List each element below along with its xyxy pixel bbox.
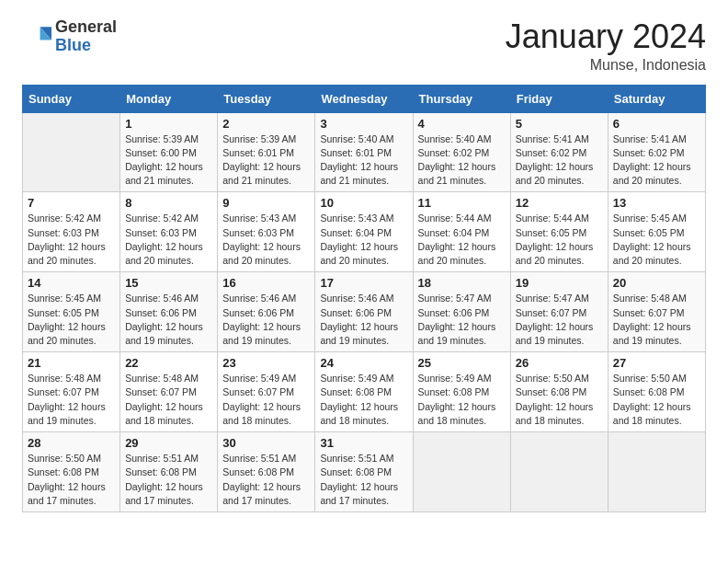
day-info: Sunrise: 5:46 AMSunset: 6:06 PMDaylight:…	[320, 292, 407, 348]
day-number: 21	[28, 356, 115, 370]
day-number: 30	[222, 436, 310, 450]
calendar-cell: 2Sunrise: 5:39 AMSunset: 6:01 PMDaylight…	[218, 112, 315, 192]
day-info: Sunrise: 5:48 AMSunset: 6:07 PMDaylight:…	[125, 372, 212, 428]
calendar-cell: 11Sunrise: 5:44 AMSunset: 6:04 PMDayligh…	[413, 192, 510, 272]
calendar-week-2: 7Sunrise: 5:42 AMSunset: 6:03 PMDaylight…	[23, 192, 706, 272]
day-info: Sunrise: 5:39 AMSunset: 6:01 PMDaylight:…	[222, 132, 310, 189]
calendar-cell: 23Sunrise: 5:49 AMSunset: 6:07 PMDayligh…	[218, 352, 315, 432]
calendar-cell: 25Sunrise: 5:49 AMSunset: 6:08 PMDayligh…	[413, 352, 510, 432]
day-info: Sunrise: 5:51 AMSunset: 6:08 PMDaylight:…	[320, 452, 407, 508]
calendar-cell: 15Sunrise: 5:46 AMSunset: 6:06 PMDayligh…	[120, 272, 218, 352]
day-number: 16	[222, 276, 310, 290]
day-number: 15	[125, 276, 212, 290]
day-info: Sunrise: 5:44 AMSunset: 6:04 PMDaylight:…	[418, 212, 506, 268]
header-sunday: Sunday	[23, 85, 120, 112]
day-info: Sunrise: 5:41 AMSunset: 6:02 PMDaylight:…	[613, 132, 700, 189]
day-number: 31	[320, 436, 407, 450]
day-info: Sunrise: 5:45 AMSunset: 6:05 PMDaylight:…	[613, 212, 700, 268]
day-number: 10	[320, 196, 407, 210]
day-number: 5	[516, 117, 603, 131]
day-info: Sunrise: 5:50 AMSunset: 6:08 PMDaylight:…	[516, 372, 603, 428]
calendar-cell	[23, 112, 120, 192]
calendar-cell: 24Sunrise: 5:49 AMSunset: 6:08 PMDayligh…	[315, 352, 413, 432]
day-number: 14	[28, 276, 115, 290]
calendar-cell: 29Sunrise: 5:51 AMSunset: 6:08 PMDayligh…	[120, 432, 218, 512]
day-info: Sunrise: 5:45 AMSunset: 6:05 PMDaylight:…	[28, 292, 115, 348]
calendar-cell: 27Sunrise: 5:50 AMSunset: 6:08 PMDayligh…	[608, 352, 705, 432]
day-number: 29	[125, 436, 212, 450]
calendar-cell: 10Sunrise: 5:43 AMSunset: 6:04 PMDayligh…	[315, 192, 413, 272]
day-number: 22	[125, 356, 212, 370]
calendar-cell: 4Sunrise: 5:40 AMSunset: 6:02 PMDaylight…	[413, 112, 510, 192]
header-wednesday: Wednesday	[315, 85, 413, 112]
day-number: 2	[222, 117, 310, 131]
calendar-cell: 14Sunrise: 5:45 AMSunset: 6:05 PMDayligh…	[23, 272, 120, 352]
day-info: Sunrise: 5:39 AMSunset: 6:00 PMDaylight:…	[125, 132, 212, 189]
calendar-cell: 21Sunrise: 5:48 AMSunset: 6:07 PMDayligh…	[23, 352, 120, 432]
day-info: Sunrise: 5:48 AMSunset: 6:07 PMDaylight:…	[28, 372, 115, 428]
day-number: 11	[418, 196, 506, 210]
calendar-cell: 5Sunrise: 5:41 AMSunset: 6:02 PMDaylight…	[510, 112, 608, 192]
day-number: 23	[222, 356, 310, 370]
calendar-week-3: 14Sunrise: 5:45 AMSunset: 6:05 PMDayligh…	[23, 272, 706, 352]
calendar-cell: 13Sunrise: 5:45 AMSunset: 6:05 PMDayligh…	[608, 192, 705, 272]
calendar-cell: 30Sunrise: 5:51 AMSunset: 6:08 PMDayligh…	[218, 432, 315, 512]
header-friday: Friday	[510, 85, 608, 112]
day-number: 4	[418, 117, 506, 131]
day-info: Sunrise: 5:46 AMSunset: 6:06 PMDaylight:…	[125, 292, 212, 348]
header-saturday: Saturday	[608, 85, 705, 112]
day-info: Sunrise: 5:44 AMSunset: 6:05 PMDaylight:…	[516, 212, 603, 268]
calendar-cell: 26Sunrise: 5:50 AMSunset: 6:08 PMDayligh…	[510, 352, 608, 432]
day-number: 6	[613, 117, 700, 131]
calendar-cell: 31Sunrise: 5:51 AMSunset: 6:08 PMDayligh…	[315, 432, 413, 512]
day-info: Sunrise: 5:49 AMSunset: 6:08 PMDaylight:…	[418, 372, 506, 428]
day-number: 25	[418, 356, 506, 370]
day-number: 28	[28, 436, 115, 450]
day-info: Sunrise: 5:48 AMSunset: 6:07 PMDaylight:…	[613, 292, 700, 348]
calendar-cell	[413, 432, 510, 512]
calendar-cell: 16Sunrise: 5:46 AMSunset: 6:06 PMDayligh…	[218, 272, 315, 352]
day-number: 27	[613, 356, 700, 370]
day-number: 1	[125, 117, 212, 131]
logo-icon	[22, 22, 51, 52]
day-info: Sunrise: 5:40 AMSunset: 6:02 PMDaylight:…	[418, 132, 506, 189]
day-number: 20	[613, 276, 700, 290]
day-number: 18	[418, 276, 506, 290]
day-info: Sunrise: 5:42 AMSunset: 6:03 PMDaylight:…	[125, 212, 212, 268]
day-info: Sunrise: 5:43 AMSunset: 6:03 PMDaylight:…	[222, 212, 310, 268]
calendar-cell: 12Sunrise: 5:44 AMSunset: 6:05 PMDayligh…	[510, 192, 608, 272]
header-monday: Monday	[120, 85, 218, 112]
calendar-cell: 18Sunrise: 5:47 AMSunset: 6:06 PMDayligh…	[413, 272, 510, 352]
day-number: 17	[320, 276, 407, 290]
day-info: Sunrise: 5:41 AMSunset: 6:02 PMDaylight:…	[516, 132, 603, 189]
header-thursday: Thursday	[413, 85, 510, 112]
day-info: Sunrise: 5:51 AMSunset: 6:08 PMDaylight:…	[125, 452, 212, 508]
calendar-cell: 20Sunrise: 5:48 AMSunset: 6:07 PMDayligh…	[608, 272, 705, 352]
logo-blue: Blue	[55, 36, 91, 54]
header-tuesday: Tuesday	[218, 85, 315, 112]
month-title: January 2024	[506, 18, 706, 55]
day-info: Sunrise: 5:47 AMSunset: 6:06 PMDaylight:…	[418, 292, 506, 348]
page-header: General Blue January 2024 Munse, Indones…	[22, 18, 706, 74]
day-number: 9	[222, 196, 310, 210]
day-info: Sunrise: 5:50 AMSunset: 6:08 PMDaylight:…	[28, 452, 115, 508]
calendar-cell: 19Sunrise: 5:47 AMSunset: 6:07 PMDayligh…	[510, 272, 608, 352]
calendar-cell: 22Sunrise: 5:48 AMSunset: 6:07 PMDayligh…	[120, 352, 218, 432]
calendar-cell: 7Sunrise: 5:42 AMSunset: 6:03 PMDaylight…	[23, 192, 120, 272]
calendar-cell: 1Sunrise: 5:39 AMSunset: 6:00 PMDaylight…	[120, 112, 218, 192]
day-info: Sunrise: 5:43 AMSunset: 6:04 PMDaylight:…	[320, 212, 407, 268]
day-info: Sunrise: 5:42 AMSunset: 6:03 PMDaylight:…	[28, 212, 115, 268]
calendar-cell: 8Sunrise: 5:42 AMSunset: 6:03 PMDaylight…	[120, 192, 218, 272]
day-info: Sunrise: 5:47 AMSunset: 6:07 PMDaylight:…	[516, 292, 603, 348]
calendar-cell: 3Sunrise: 5:40 AMSunset: 6:01 PMDaylight…	[315, 112, 413, 192]
calendar-week-1: 1Sunrise: 5:39 AMSunset: 6:00 PMDaylight…	[23, 112, 706, 192]
calendar-cell: 28Sunrise: 5:50 AMSunset: 6:08 PMDayligh…	[23, 432, 120, 512]
calendar-table: SundayMondayTuesdayWednesdayThursdayFrid…	[22, 85, 706, 512]
day-info: Sunrise: 5:49 AMSunset: 6:08 PMDaylight:…	[320, 372, 407, 428]
day-number: 3	[320, 117, 407, 131]
day-info: Sunrise: 5:49 AMSunset: 6:07 PMDaylight:…	[222, 372, 310, 428]
calendar-week-4: 21Sunrise: 5:48 AMSunset: 6:07 PMDayligh…	[23, 352, 706, 432]
day-number: 8	[125, 196, 212, 210]
day-info: Sunrise: 5:40 AMSunset: 6:01 PMDaylight:…	[320, 132, 407, 189]
calendar-cell	[608, 432, 705, 512]
